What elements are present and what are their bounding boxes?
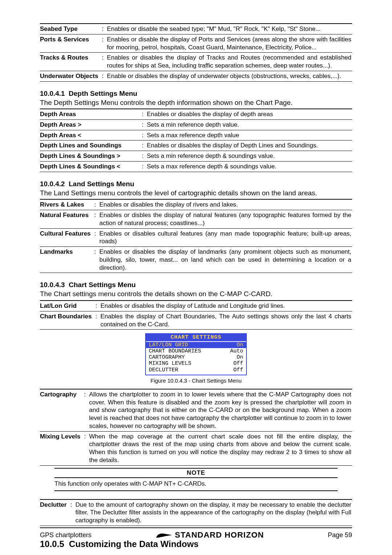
definition-desc: Enables or disbles the display of natura… xyxy=(99,210,352,229)
footer-left: GPS chartplotters xyxy=(40,531,91,539)
definition-row: Natural Features:Enables or disbles the … xyxy=(40,210,352,229)
definition-term: Cartography xyxy=(40,389,84,431)
chart-menu-row: DECLUTTEROff xyxy=(149,367,243,373)
major-section-heading: 10.0.5 Customizing the Data Windows xyxy=(40,539,352,549)
definition-term: Depth Lines & Soundings > xyxy=(40,151,142,162)
definition-row: Tracks & Routes:Enables or disables the … xyxy=(40,53,352,71)
definition-desc: Enables or disables the display of depth… xyxy=(147,109,352,119)
definition-desc: Enables or disables the display of Latit… xyxy=(101,301,352,311)
definition-desc: Sets a max reference depth value xyxy=(147,130,352,140)
definition-desc: Enables or disable the display of Ports … xyxy=(107,34,352,53)
page-footer: GPS chartplotters STANDARD HORIZON Page … xyxy=(40,527,352,540)
definition-term: Declutter xyxy=(40,500,70,526)
definition-term: Depth Areas > xyxy=(40,119,142,130)
definition-row: Chart Boundaries:Enables the display of … xyxy=(40,311,352,330)
chart-menu-label: CARTOGRAPHY xyxy=(149,354,185,360)
note-body: This function only operates with C-MAP N… xyxy=(54,478,338,490)
footer-right: Page 59 xyxy=(328,531,352,539)
chart-definitions-table-1: Lat/Lon Grid:Enables or disables the dis… xyxy=(40,301,352,330)
section-heading: 10.0.4.2 Land Settings Menu xyxy=(40,180,352,188)
chart-menu-value: On xyxy=(237,354,243,360)
definition-row: Depth Areas <:Sets a max reference depth… xyxy=(40,130,352,140)
definition-desc: Enables or disables the display of Depth… xyxy=(147,140,352,151)
chart-menu-row: CHART BOUNDARIESAuto xyxy=(149,348,243,354)
definition-row: Depth Lines & Soundings >:Sets a min ref… xyxy=(40,151,352,162)
definition-row: Rivers & Lakes:Enables or disables the d… xyxy=(40,200,352,210)
definition-term: Landmarks xyxy=(40,247,94,273)
section-heading: 10.0.4.3 Chart Settings Menu xyxy=(40,281,352,289)
definition-row: Cartography:Allows the chartplotter to z… xyxy=(40,389,352,431)
definition-term: Tracks & Routes xyxy=(40,53,102,71)
definition-row: Depth Areas >:Sets a min reference depth… xyxy=(40,119,352,130)
definition-term: Mixing Levels xyxy=(40,431,84,465)
chart-settings-menu-figure: CHART SETTINGS LAT/LON GRIDOnCHART BOUND… xyxy=(145,333,247,375)
definition-desc: When the map coverage at the current cha… xyxy=(89,431,352,465)
land-definitions-table: Rivers & Lakes:Enables or disables the d… xyxy=(40,200,352,273)
chart-menu-value: On xyxy=(237,342,243,348)
definition-desc: Enables or disables the display of river… xyxy=(99,200,352,210)
chart-menu-value: Off xyxy=(233,367,243,373)
definition-desc: Enables the display of Chart Boundaries,… xyxy=(101,311,352,330)
definition-desc: Enables or disables the display of landm… xyxy=(99,247,352,273)
definition-desc: Enables or disables the display of Track… xyxy=(107,53,352,71)
brand-swoosh-icon xyxy=(155,531,172,539)
note-title: NOTE xyxy=(54,469,338,477)
chart-menu-label: MIXING LEVELS xyxy=(149,360,191,367)
definition-row: Seabed Type:Enables or disable the seabe… xyxy=(40,24,352,34)
definition-row: Lat/Lon Grid:Enables or disables the dis… xyxy=(40,301,352,311)
definition-desc: Enables or disable the seabed type; "M" … xyxy=(107,24,352,34)
definition-desc: Sets a max reference depth & soundings v… xyxy=(147,161,352,172)
chart-menu-label: DECLUTTER xyxy=(149,367,178,373)
definition-term: Rivers & Lakes xyxy=(40,200,94,210)
definition-term: Ports & Services xyxy=(40,34,102,53)
chart-menu-label: CHART BOUNDARIES xyxy=(149,348,201,354)
definition-row: Mixing Levels:When the map coverage at t… xyxy=(40,431,352,465)
definition-row: Ports & Services:Enables or disable the … xyxy=(40,34,352,53)
chart-definitions-table-3: Declutter:Due to the amount of cartograp… xyxy=(40,500,352,526)
section-heading: 10.0.4.1 Depth Settings Menu xyxy=(40,90,352,98)
section-intro: The Chart settings menu controls the det… xyxy=(40,290,352,299)
definition-desc: Sets a min reference depth & soundings v… xyxy=(147,151,352,162)
chart-menu-label: LAT/LON GRID xyxy=(149,342,188,348)
chart-menu-value: Off xyxy=(233,360,243,367)
definition-row: Depth Areas:Enables or disables the disp… xyxy=(40,109,352,119)
definition-row: Declutter:Due to the amount of cartograp… xyxy=(40,500,352,526)
definition-term: Depth Lines & Soundings < xyxy=(40,161,142,172)
definition-term: Depth Lines and Soundings xyxy=(40,140,142,151)
definition-term: Seabed Type xyxy=(40,24,102,34)
top-definitions-table: Seabed Type:Enables or disable the seabe… xyxy=(40,24,352,82)
definition-desc: Enables or disables cultural features (a… xyxy=(99,228,352,247)
definition-desc: Due to the amount of cartography shown o… xyxy=(75,500,352,526)
definition-row: Underwater Objects:Enable or disables th… xyxy=(40,71,352,81)
figure-caption: Figure 10.0.4.3 - Chart Settings Menu xyxy=(40,378,352,384)
definition-term: Natural Features xyxy=(40,210,94,229)
brand-logo: STANDARD HORIZON xyxy=(155,530,264,540)
chart-menu-value: Auto xyxy=(230,348,243,354)
chart-menu-row: CARTOGRAPHYOn xyxy=(149,354,243,360)
definition-row: Depth Lines and Soundings:Enables or dis… xyxy=(40,140,352,151)
chart-menu-row: LAT/LON GRIDOn xyxy=(146,342,246,348)
section-intro: The Depth Settings Menu controls the dep… xyxy=(40,98,352,107)
definition-row: Depth Lines & Soundings <:Sets a max ref… xyxy=(40,161,352,172)
definition-row: Landmarks:Enables or disables the displa… xyxy=(40,247,352,273)
depth-definitions-table: Depth Areas:Enables or disables the disp… xyxy=(40,109,352,172)
chart-menu-title: CHART SETTINGS xyxy=(146,334,246,341)
chart-definitions-table-2: Cartography:Allows the chartplotter to z… xyxy=(40,389,352,466)
note-box: NOTE This function only operates with C-… xyxy=(54,468,338,491)
definition-term: Lat/Lon Grid xyxy=(40,301,95,311)
definition-term: Chart Boundaries xyxy=(40,311,95,330)
definition-term: Depth Areas xyxy=(40,109,142,119)
section-intro: The Land Settings menu controls the leve… xyxy=(40,189,352,198)
definition-term: Depth Areas < xyxy=(40,130,142,140)
definition-desc: Enable or disables the display of underw… xyxy=(107,71,352,81)
definition-term: Underwater Objects xyxy=(40,71,102,81)
definition-term: Cultural Features xyxy=(40,228,94,247)
definition-desc: Sets a min reference depth value. xyxy=(147,119,352,130)
chart-menu-row: MIXING LEVELSOff xyxy=(149,360,243,367)
definition-row: Cultural Features:Enables or disables cu… xyxy=(40,228,352,247)
definition-desc: Allows the chartplotter to zoom in to lo… xyxy=(89,389,352,431)
